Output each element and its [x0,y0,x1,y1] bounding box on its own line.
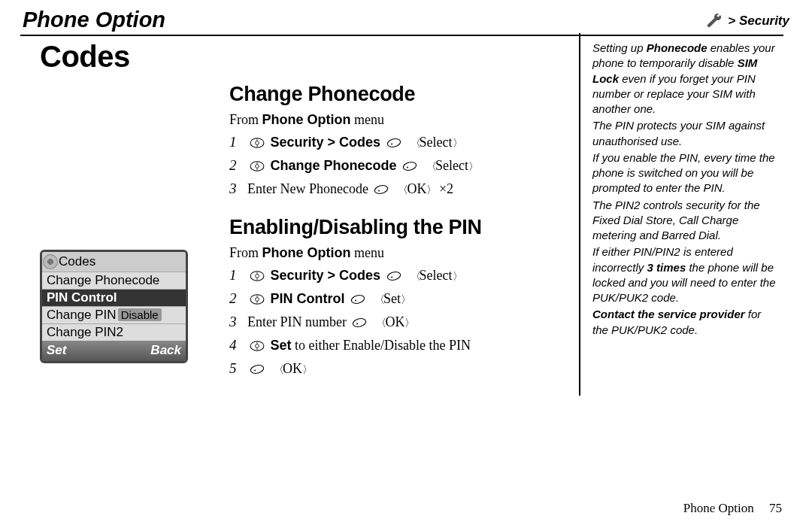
breadcrumb: > Security [705,12,789,30]
svg-point-11 [256,275,259,278]
svg-point-12 [386,271,401,281]
steps-list: 1 Security > Codes 〈Select〉 2 PIN Contro… [229,267,571,379]
phone-softkeys: Set Back [42,341,186,360]
select-button-icon [386,270,402,286]
phone-screen: Codes Change Phonecode PIN Control Chang… [40,250,188,363]
svg-point-15 [256,298,259,302]
wrench-icon [705,12,723,30]
sidebar-para: The PIN2 controls security for the Fixed… [592,198,779,244]
section-heading: Enabling/Disabling the PIN [229,216,571,239]
sidebar-para: The PIN protects your SIM against unauth… [592,118,779,149]
step: 1 Security > Codes 〈Select〉 [229,134,571,153]
phone-mockup-column: Codes Change Phonecode PIN Control Chang… [0,83,226,396]
footer-label: Phone Option [683,501,754,515]
svg-point-23 [254,370,256,372]
svg-point-21 [256,344,259,348]
svg-point-2 [386,138,401,148]
phone-menu-item: Change PINDisable [42,306,186,323]
section-heading: Change Phonecode [229,83,571,106]
from-line: From Phone Option menu [229,245,571,261]
svg-point-8 [374,184,389,195]
step: 5 〈OK〉 [229,360,571,379]
status-tag: Disable [118,308,162,321]
phone-screen-title: Codes [59,253,95,270]
breadcrumb-text: > Security [728,14,789,29]
select-button-icon [401,160,418,176]
select-button-icon [351,317,368,332]
sidebar-para: If you enable the PIN, every time the ph… [592,150,779,196]
select-button-icon [386,137,402,153]
step: 1 Security > Codes 〈Select〉 [229,267,571,286]
softkey-left: Set [47,342,66,359]
navigate-icon [249,160,265,176]
step: 3 Enter PIN number 〈OK〉 [229,314,571,332]
phone-menu-item-selected: PIN Control [42,289,186,306]
navigate-icon [249,293,265,309]
svg-point-7 [407,167,408,168]
page-footer: Phone Option 75 [683,501,782,516]
phone-menu-item: Change PIN2 [42,323,186,341]
phone-menu-item: Change Phonecode [42,272,186,289]
svg-point-1 [256,141,259,145]
navigate-icon [249,137,265,153]
page-header: Phone Option > Security [0,0,812,32]
instructions-column: Change Phonecode From Phone Option menu … [226,83,579,396]
sidebar-para: Setting up Phonecode enables your phone … [592,41,779,117]
svg-point-9 [379,190,380,192]
sidebar-note: Setting up Phonecode enables your phone … [579,33,779,396]
navigate-icon [249,340,265,356]
svg-point-17 [355,300,356,302]
step: 2 PIN Control 〈Set〉 [229,290,571,309]
svg-point-22 [250,364,265,375]
select-button-icon [249,363,265,379]
svg-point-5 [256,165,259,168]
header-rule [20,35,783,36]
sidebar-para: Contact the service provider for the PUK… [592,307,779,338]
select-button-icon [373,184,389,199]
steps-list: 1 Security > Codes 〈Select〉 2 Change Pho… [229,134,571,199]
svg-point-3 [391,144,392,145]
navigate-icon [249,270,265,286]
select-button-icon [350,293,366,309]
header-chapter: Phone Option [23,8,165,32]
softkey-right: Back [150,342,181,359]
svg-point-16 [350,294,365,305]
from-line: From Phone Option menu [229,112,571,128]
svg-point-18 [353,317,368,328]
svg-point-19 [357,323,359,325]
step: 2 Change Phonecode 〈Select〉 [229,157,571,176]
sidebar-para: If either PIN/PIN2 is entered incorrectl… [592,244,779,305]
gear-icon [45,256,56,267]
phone-screen-title-row: Codes [42,252,186,272]
step: 4 Set to either Enable/Disable the PIN [229,337,571,356]
svg-point-6 [402,161,417,171]
svg-point-13 [391,277,392,278]
page-number: 75 [769,501,782,515]
step: 3 Enter New Phonecode 〈OK〉 ×2 [229,181,571,199]
